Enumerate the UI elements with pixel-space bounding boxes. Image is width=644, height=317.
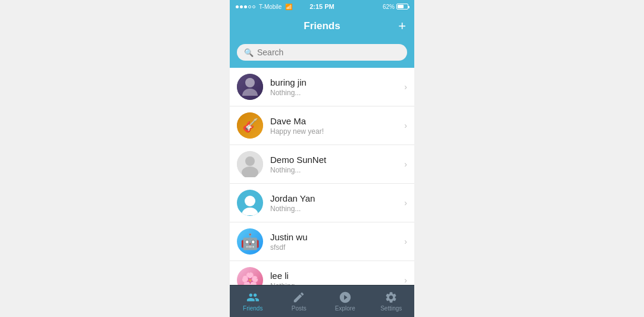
friend-item-demo-sunnet[interactable]: Demo SunNet Nothing... › (230, 145, 414, 184)
friends-nav-icon (246, 291, 260, 304)
friend-name: Justin wu (270, 232, 404, 242)
friends-list: buring jin Nothing... › 🎸 Dave Ma Happy … (230, 68, 414, 285)
chevron-icon: › (404, 275, 407, 285)
friend-item-justin-wu[interactable]: 🤖 Justin wu sfsdf › (230, 222, 414, 261)
chevron-icon: › (404, 82, 407, 92)
status-right: 62% (383, 4, 408, 10)
search-icon: 🔍 (244, 48, 254, 57)
friend-name: Jordan Yan (270, 193, 404, 203)
avatar-dave-ma: 🎸 (237, 112, 263, 139)
friend-info-buring-jin: buring jin Nothing... (270, 77, 404, 97)
friend-status: Nothing... (270, 205, 404, 213)
avatar-lee-li: 🌸 (237, 267, 263, 285)
dot-1 (236, 5, 239, 8)
friend-status: Nothing... (270, 89, 404, 97)
friend-name: buring jin (270, 77, 404, 87)
battery-percent: 62% (383, 4, 395, 10)
friend-item-jordan-yan[interactable]: Jordan Yan Nothing... › (230, 184, 414, 222)
add-friend-button[interactable]: + (398, 20, 406, 33)
svg-point-1 (245, 156, 255, 166)
friend-status: Nothing... (270, 166, 404, 174)
dot-5 (252, 5, 255, 8)
dot-3 (244, 5, 247, 8)
chevron-icon: › (404, 121, 407, 130)
battery-icon (396, 4, 408, 10)
avatar-justin-wu: 🤖 (237, 228, 263, 255)
friend-info-lee-li: lee li Nothing... (270, 271, 404, 285)
bottom-nav: Friends Posts Explore Settings (230, 285, 414, 317)
friend-item-buring-jin[interactable]: buring jin Nothing... › (230, 68, 414, 106)
chevron-icon: › (404, 159, 407, 169)
search-container: 🔍 (230, 39, 414, 68)
nav-label-posts: Posts (292, 305, 307, 312)
nav-item-explore[interactable]: Explore (322, 285, 368, 317)
battery-fill (398, 5, 404, 8)
status-left: T-Mobile 📶 (236, 4, 292, 10)
friend-info-justin-wu: Justin wu sfsdf (270, 232, 404, 252)
search-bar[interactable]: 🔍 (237, 44, 407, 61)
friend-status: sfsdf (270, 243, 404, 252)
friend-item-dave-ma[interactable]: 🎸 Dave Ma Happy new year! › (230, 106, 414, 145)
avatar-demo-sunnet (237, 151, 263, 177)
dot-4 (248, 5, 251, 8)
explore-nav-icon (339, 291, 352, 304)
nav-label-settings: Settings (380, 305, 402, 312)
nav-item-settings[interactable]: Settings (368, 285, 415, 317)
friend-name: Dave Ma (270, 116, 404, 126)
friend-name: Demo SunNet (270, 155, 404, 165)
nav-label-explore: Explore (335, 305, 355, 312)
friend-name: lee li (270, 271, 404, 281)
friend-info-jordan-yan: Jordan Yan Nothing... (270, 193, 404, 213)
status-bar: T-Mobile 📶 2:15 PM 62% (230, 0, 414, 13)
dot-2 (240, 5, 243, 8)
friend-info-demo-sunnet: Demo SunNet Nothing... (270, 155, 404, 174)
friend-item-lee-li[interactable]: 🌸 lee li Nothing... › (230, 261, 414, 285)
chevron-icon: › (404, 237, 407, 246)
friend-info-dave-ma: Dave Ma Happy new year! (270, 116, 404, 136)
header-title: Friends (304, 20, 340, 32)
phone-frame: T-Mobile 📶 2:15 PM 62% Friends + 🔍 (230, 0, 414, 317)
app-header: Friends + (230, 13, 414, 39)
avatar-buring-jin (237, 74, 263, 100)
nav-item-posts[interactable]: Posts (276, 285, 323, 317)
nav-item-friends[interactable]: Friends (230, 285, 276, 317)
avatar-jordan-yan (237, 190, 263, 216)
status-time: 2:15 PM (310, 3, 334, 10)
default-avatar-icon (237, 151, 263, 177)
chevron-icon: › (404, 198, 407, 208)
settings-nav-icon (384, 291, 398, 304)
friend-status: Happy new year! (270, 127, 404, 136)
carrier-label: T-Mobile (259, 4, 282, 10)
posts-nav-icon (292, 291, 305, 304)
wifi-icon: 📶 (285, 4, 292, 10)
search-input[interactable] (257, 48, 400, 57)
nav-label-friends: Friends (243, 305, 262, 312)
signal-dots (236, 5, 255, 8)
